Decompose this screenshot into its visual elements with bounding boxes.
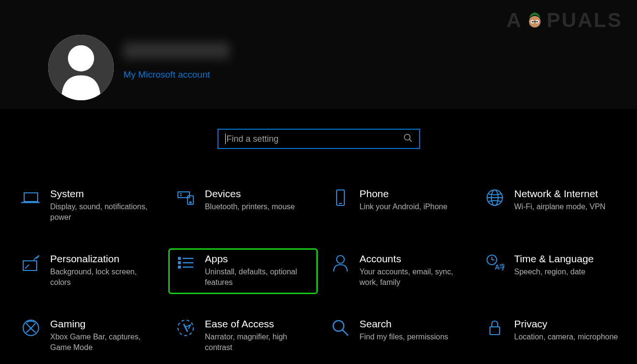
tile-privacy[interactable]: Privacy Location, camera, microphone xyxy=(477,313,627,359)
svg-rect-40 xyxy=(490,327,500,335)
tile-title: Devices xyxy=(205,188,310,200)
svg-rect-22 xyxy=(23,261,37,270)
svg-rect-27 xyxy=(178,261,181,264)
microsoft-account-link[interactable]: My Microsoft account xyxy=(123,69,230,80)
search-box[interactable] xyxy=(217,129,420,149)
svg-rect-10 xyxy=(24,193,38,202)
text-cursor xyxy=(225,134,226,144)
tile-title: Accounts xyxy=(360,253,465,265)
svg-rect-29 xyxy=(178,266,181,269)
svg-line-24 xyxy=(25,265,29,269)
watermark-suffix: PUALS xyxy=(547,9,623,32)
watermark-logo: A PUALS xyxy=(506,9,623,32)
clock-language-icon: A字 xyxy=(485,253,504,272)
tile-desc: Link your Android, iPhone xyxy=(360,202,465,212)
tile-desc: Speech, region, date xyxy=(514,267,619,277)
tile-title: Network & Internet xyxy=(514,188,619,200)
search-icon xyxy=(404,134,412,144)
tile-personalization[interactable]: Personalization Background, lock screen,… xyxy=(14,248,163,294)
avatar[interactable] xyxy=(48,35,114,100)
tile-title: Personalization xyxy=(50,253,155,265)
header-band: A PUALS My Microsoft account xyxy=(0,0,637,109)
tile-devices[interactable]: Devices Bluetooth, printers, mouse xyxy=(168,183,318,229)
svg-line-39 xyxy=(342,330,348,336)
svg-point-31 xyxy=(337,256,344,263)
tile-title: Phone xyxy=(360,188,465,200)
search-container xyxy=(217,129,420,149)
tile-accounts[interactable]: Accounts Your accounts, email, sync, wor… xyxy=(323,248,473,294)
tile-title: Search xyxy=(360,318,465,330)
tile-desc: Background, lock screen, colors xyxy=(50,267,155,287)
paintbrush-icon xyxy=(21,253,41,272)
mascot-icon xyxy=(524,9,546,31)
tile-desc: Uninstall, defaults, optional features xyxy=(205,267,310,287)
user-section: My Microsoft account xyxy=(48,35,230,100)
svg-point-38 xyxy=(333,321,344,331)
svg-text:A字: A字 xyxy=(495,263,504,271)
svg-point-14 xyxy=(190,202,191,203)
tile-title: Apps xyxy=(205,253,310,265)
user-name-redacted xyxy=(123,42,230,59)
tile-network[interactable]: Network & Internet Wi-Fi, airplane mode,… xyxy=(477,183,627,229)
tile-title: Privacy xyxy=(514,318,619,330)
tile-search[interactable]: Search Find my files, permissions xyxy=(323,313,473,359)
lock-icon xyxy=(485,318,504,337)
tile-desc: Xbox Game Bar, captures, Game Mode xyxy=(50,332,155,352)
accessibility-icon xyxy=(176,318,195,337)
tile-system[interactable]: System Display, sound, notifications, po… xyxy=(14,183,163,229)
tile-title: Gaming xyxy=(50,318,155,330)
tile-title: System xyxy=(50,188,155,200)
svg-rect-25 xyxy=(178,257,181,260)
globe-icon xyxy=(485,188,504,207)
tile-desc: Your accounts, email, sync, work, family xyxy=(360,267,465,287)
list-icon xyxy=(176,253,195,272)
tile-desc: Narrator, magnifier, high contrast xyxy=(205,332,310,352)
svg-point-8 xyxy=(404,135,410,140)
svg-point-4 xyxy=(536,21,538,23)
tile-desc: Wi-Fi, airplane mode, VPN xyxy=(514,202,619,212)
tile-phone[interactable]: Phone Link your Android, iPhone xyxy=(323,183,473,229)
settings-grid: System Display, sound, notifications, po… xyxy=(14,183,632,360)
person-icon xyxy=(48,35,114,100)
laptop-icon xyxy=(21,188,41,207)
phone-icon xyxy=(331,188,350,207)
magnifier-icon xyxy=(331,318,350,337)
watermark-prefix: A xyxy=(506,9,522,32)
tile-desc: Location, camera, microphone xyxy=(514,332,619,342)
svg-line-9 xyxy=(409,139,412,142)
search-input[interactable] xyxy=(227,134,404,144)
xbox-icon xyxy=(21,318,41,337)
tile-desc: Display, sound, notifications, power xyxy=(50,202,155,222)
svg-point-7 xyxy=(68,45,94,71)
svg-rect-5 xyxy=(533,21,536,22)
tile-title: Ease of Access xyxy=(205,318,310,330)
user-info: My Microsoft account xyxy=(123,35,230,80)
tile-desc: Bluetooth, printers, mouse xyxy=(205,202,310,212)
tile-desc: Find my files, permissions xyxy=(360,332,465,342)
tile-title: Time & Language xyxy=(514,253,619,265)
devices-icon xyxy=(176,188,195,207)
tile-gaming[interactable]: Gaming Xbox Game Bar, captures, Game Mod… xyxy=(14,313,163,359)
tile-ease-of-access[interactable]: Ease of Access Narrator, magnifier, high… xyxy=(168,313,318,359)
tile-apps[interactable]: Apps Uninstall, defaults, optional featu… xyxy=(168,248,318,294)
tile-time-language[interactable]: A字 Time & Language Speech, region, date xyxy=(477,248,627,294)
person-icon xyxy=(331,253,350,272)
svg-point-3 xyxy=(531,21,533,23)
